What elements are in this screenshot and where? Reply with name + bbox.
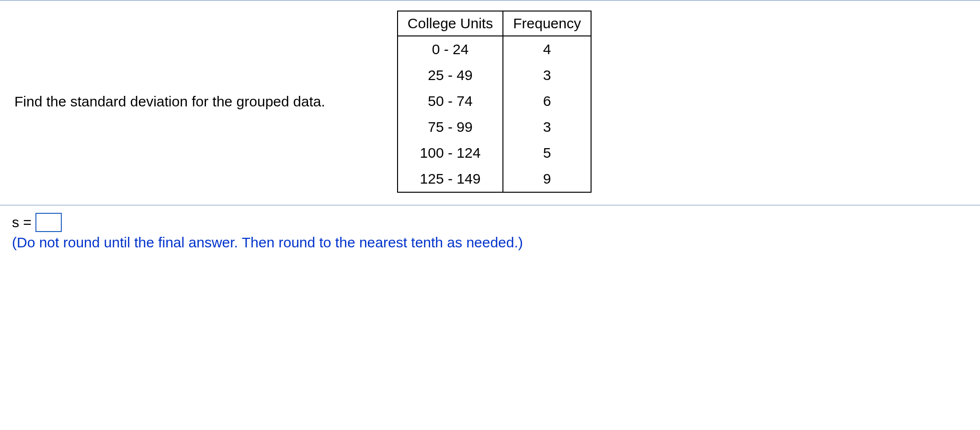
cell-freq: 3 <box>503 62 591 88</box>
table-row: 25 - 49 3 <box>398 62 591 88</box>
question-row: Find the standard deviation for the grou… <box>0 1 980 202</box>
rounding-instruction: (Do not round until the final answer. Th… <box>12 234 968 251</box>
table-row: 125 - 149 9 <box>398 166 591 192</box>
answer-label: s = <box>12 214 32 231</box>
col-header-frequency: Frequency <box>503 11 591 36</box>
section-divider <box>0 205 980 206</box>
table-row: 100 - 124 5 <box>398 140 591 166</box>
top-divider <box>0 0 980 1</box>
answer-line: s = <box>12 213 968 232</box>
cell-range: 25 - 49 <box>398 62 503 88</box>
cell-range: 100 - 124 <box>398 140 503 166</box>
table-row: 0 - 24 4 <box>398 36 591 62</box>
col-header-units: College Units <box>398 11 503 36</box>
cell-range: 125 - 149 <box>398 166 503 192</box>
table-row: 50 - 74 6 <box>398 88 591 114</box>
cell-freq: 4 <box>503 36 591 62</box>
cell-range: 75 - 99 <box>398 114 503 140</box>
cell-range: 0 - 24 <box>398 36 503 62</box>
question-prompt: Find the standard deviation for the grou… <box>14 93 325 110</box>
answer-section: s = (Do not round until the final answer… <box>0 213 980 263</box>
cell-freq: 3 <box>503 114 591 140</box>
table-row: 75 - 99 3 <box>398 114 591 140</box>
cell-freq: 9 <box>503 166 591 192</box>
cell-freq: 5 <box>503 140 591 166</box>
frequency-table: College Units Frequency 0 - 24 4 25 - 49… <box>397 11 592 193</box>
cell-freq: 6 <box>503 88 591 114</box>
table-header-row: College Units Frequency <box>398 11 591 36</box>
cell-range: 50 - 74 <box>398 88 503 114</box>
answer-input[interactable] <box>35 213 62 232</box>
